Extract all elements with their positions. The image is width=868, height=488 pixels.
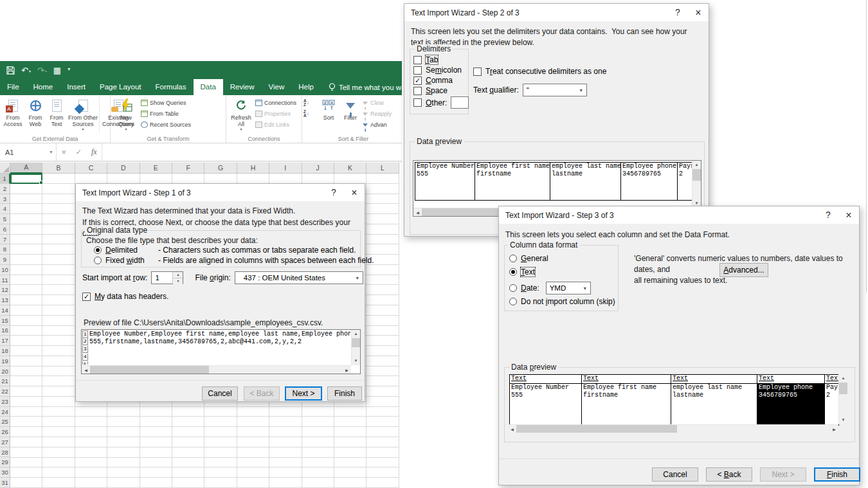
undo-icon[interactable]: ↶▾ [21,66,31,75]
w3-help-button[interactable]: ? [818,206,838,224]
new-query-button[interactable]: New Query▾ [112,97,140,133]
w3-hscroll-thumb[interactable] [516,425,677,433]
w1-next-button[interactable]: Next > [285,386,322,401]
w2-text-qualifier-combo[interactable]: "▼ [523,84,587,96]
w1-delimited-radio-control[interactable] [94,246,102,254]
w3-skip-radio-control[interactable] [509,298,517,305]
w3-general-radio-control[interactable] [509,255,517,262]
row-header-26[interactable]: 26 [0,427,10,437]
from-table-button[interactable]: From Table [141,109,191,118]
w1-preview-hscrollbar[interactable]: ◀ ▶ [82,365,351,374]
row-header-24[interactable]: 24 [0,407,10,417]
w1-headers-checkbox[interactable]: ✓ My data has headers. [82,292,168,301]
w2-text-qualifier-dropdown-icon[interactable]: ▼ [576,88,586,93]
row-header-30[interactable]: 30 [0,467,10,478]
preview-column-5[interactable]: TextPayro2 [825,375,839,425]
row-header-11[interactable]: 11 [0,275,10,285]
row-header-20[interactable]: 20 [0,366,10,377]
row-header-31[interactable]: 31 [0,478,10,488]
row-header-4[interactable]: 4 [0,204,10,214]
w1-vscroll-thumb[interactable] [352,338,360,347]
preview-column-2[interactable]: TextEmployee first namefirstname [582,375,671,425]
row-header-9[interactable]: 9 [0,255,10,265]
w1-finish-button[interactable]: Finish [327,386,362,401]
w2-treat-consecutive-box[interactable] [473,68,482,76]
row-header-18[interactable]: 18 [0,346,10,356]
w3-date-format-combo[interactable]: YMD▼ [546,282,591,294]
tell-me-box[interactable]: Tell me what you want to do [321,79,402,95]
row-header-7[interactable]: 7 [0,235,10,245]
sort-button[interactable]: ZA Sort [318,97,339,133]
w3-date-radio[interactable]: Date: YMD▼ [509,282,591,294]
w2-other-input[interactable] [451,96,469,109]
row-header-27[interactable]: 27 [0,437,10,447]
w3-close-icon[interactable]: × [838,206,859,224]
w1-headers-box[interactable]: ✓ [82,293,91,301]
w3-hscroll-left-icon[interactable]: ◀ [508,427,516,431]
save-icon[interactable] [6,66,15,75]
preview-column-1[interactable]: TextEmployee Number555 [510,375,582,425]
w3-vscroll-up-icon[interactable]: ▲ [839,374,847,383]
row-header-8[interactable]: 8 [0,244,10,255]
row-header-21[interactable]: 21 [0,376,10,386]
row-header-17[interactable]: 17 [0,336,10,346]
row-header-28[interactable]: 28 [0,447,10,458]
w1-preview-vscrollbar[interactable]: ▲ ▼ [351,330,360,365]
w2-treat-consecutive-checkbox[interactable]: Treat consecutive delimiters as one [473,67,606,76]
row-header-10[interactable]: 10 [0,265,10,275]
advanced-filter-button[interactable]: Advan [362,120,392,129]
selected-cell-a1[interactable] [10,174,42,184]
w3-date-dropdown-icon[interactable]: ▼ [580,286,590,291]
sort-ascending-button[interactable]: AZ↓ [303,98,318,107]
w2-comma-box[interactable]: ✓ [413,77,422,85]
w2-other-checkbox[interactable]: Other: [413,96,469,109]
from-access-button[interactable]: A From Access [1,97,24,133]
row-header-13[interactable]: 13 [0,295,10,305]
w3-preview-vscrollbar[interactable]: ▲ ▼ [838,374,847,424]
w2-space-box[interactable] [413,87,422,95]
w3-date-radio-control[interactable] [509,284,517,292]
w1-spinner-down-icon[interactable]: ▼ [173,278,183,284]
w3-text-radio[interactable]: Text [509,267,535,276]
w3-text-radio-control[interactable] [509,268,517,276]
show-queries-button[interactable]: Show Queries [141,98,191,107]
tab-review[interactable]: Review [223,79,262,95]
w1-fixed-width-radio[interactable]: Fixed width - Fields are aligned in colu… [94,256,374,265]
w1-vscroll-down-icon[interactable]: ▼ [352,357,360,365]
w1-delimited-radio[interactable]: Delimited - Characters such as commas or… [94,246,356,255]
w1-hscroll-left-icon[interactable]: ◀ [82,368,90,372]
row-header-5[interactable]: 5 [0,214,10,224]
column-header-g[interactable]: G [204,163,237,174]
column-header-e[interactable]: E [140,163,172,174]
column-header-c[interactable]: C [75,163,107,174]
w1-fixed-width-radio-control[interactable] [94,257,102,264]
tab-home[interactable]: Home [26,79,60,95]
row-header-29[interactable]: 29 [0,457,10,467]
w3-vscroll-down-icon[interactable]: ▼ [839,416,847,424]
recent-sources-button[interactable]: Recent Sources [141,120,191,129]
from-other-sources-button[interactable]: From Other Sources▾ [68,97,98,133]
w2-vscroll-up-icon[interactable]: ▲ [692,161,701,169]
w2-semicolon-box[interactable] [413,66,422,75]
w2-comma-checkbox[interactable]: ✓Comma [413,76,453,85]
row-header-1[interactable]: 1 [0,174,10,184]
row-header-25[interactable]: 25 [0,417,10,427]
w2-other-box[interactable] [413,98,422,107]
insert-function-icon[interactable]: fx [91,147,97,157]
column-header-f[interactable]: F [172,163,204,174]
row-header-15[interactable]: 15 [0,316,10,326]
preview-column-1[interactable]: Employee Number555 [415,163,475,200]
preview-column-5[interactable]: Payro2 [678,163,692,200]
column-header-i[interactable]: I [269,163,302,174]
row-header-23[interactable]: 23 [0,397,10,407]
w1-hscroll-right-icon[interactable]: ▶ [343,368,351,372]
tab-data[interactable]: Data [194,79,223,95]
customize-grid-icon[interactable]: ▦ [53,66,61,75]
w1-help-button[interactable]: ? [323,184,344,201]
column-header-d[interactable]: D [107,163,140,174]
w2-tab-box[interactable] [413,56,422,64]
w1-spinner-up-icon[interactable]: ▲ [173,272,183,278]
column-header-l[interactable]: L [366,163,399,174]
w2-vscroll-thumb[interactable] [692,169,701,181]
w1-close-icon[interactable]: × [344,184,365,201]
